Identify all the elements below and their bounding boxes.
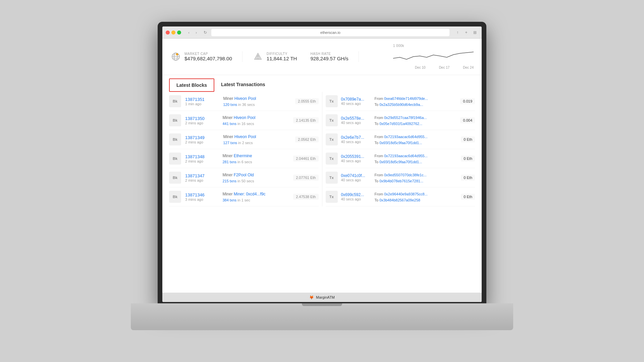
browser-chrome: ‹ › ↻ etherscan.io ↑ + ⊞ bbox=[162, 26, 482, 39]
tx-hash[interactable]: 0x7089e7a... bbox=[341, 97, 371, 102]
to-addr[interactable]: 0x3b484b82567a09e258 bbox=[379, 198, 420, 202]
hashrate-content: HASH RATE 928,249.57 GH/s bbox=[310, 52, 348, 61]
miner-link[interactable]: Ethermine bbox=[234, 154, 252, 158]
difficulty-hashrate-stat: DIFFICULTY 11,844.12 TH HASH RATE 928,24… bbox=[253, 51, 359, 62]
tx-hash-time: 0x699c592... 40 secs ago bbox=[341, 192, 371, 201]
tab-latest-transactions[interactable]: Latest Transactions bbox=[214, 78, 272, 92]
block-number[interactable]: 13871350 bbox=[185, 116, 218, 121]
bk-badge: Bk bbox=[169, 191, 181, 203]
miner-link[interactable]: F2Pool Old bbox=[234, 173, 254, 177]
miner-link[interactable]: Hiveon Pool bbox=[234, 134, 256, 139]
tab-latest-blocks[interactable]: Latest Blocks bbox=[169, 78, 214, 92]
miner-label: Miner bbox=[222, 115, 233, 120]
txn-count[interactable]: 127 txns bbox=[223, 141, 237, 145]
block-number[interactable]: 13871347 bbox=[185, 173, 218, 178]
tx-hash-time: 0xe0741c0f... 40 secs ago bbox=[341, 173, 371, 182]
miner-label: Miner bbox=[222, 154, 233, 158]
block-time: 1 min ago bbox=[185, 102, 219, 106]
miner-link[interactable]: Hiveon Pool bbox=[234, 96, 256, 101]
block-miner: Miner Hiveon Pool 441 txns in 16 secs bbox=[222, 114, 289, 126]
block-time: 2 mins ago bbox=[185, 121, 218, 125]
miner-label: Miner bbox=[223, 96, 234, 101]
tx-addresses: From 0xea674fdde714fd979de... To 0x2a325… bbox=[375, 95, 457, 107]
block-info: 13871351 1 min ago bbox=[185, 97, 219, 106]
sidebar-toggle-button[interactable]: ⊞ bbox=[472, 29, 478, 36]
forward-button[interactable]: › bbox=[193, 29, 199, 36]
close-button[interactable] bbox=[166, 31, 170, 35]
market-cap-stat: MARKET CAP $479,682,407,798.00 bbox=[170, 51, 243, 62]
tx-badge: Tx bbox=[326, 153, 338, 165]
tx-row: Tx 0x2e6e7b7... 40 secs ago From 0x72193… bbox=[326, 130, 475, 149]
tx-row: Tx 0xe0741c0f... 40 secs ago From 0x9ed5… bbox=[326, 168, 475, 187]
address-bar[interactable]: etherscan.io bbox=[211, 29, 449, 36]
tx-hash[interactable]: 0xe0741c0f... bbox=[341, 173, 371, 178]
txn-count[interactable]: 384 txns bbox=[222, 198, 236, 202]
tx-hash[interactable]: 0x2e5578e... bbox=[341, 116, 371, 121]
tx-value: 0.019 bbox=[460, 98, 475, 104]
to-addr[interactable]: 0x65f18d5c9faa70f1dd1... bbox=[379, 160, 422, 164]
miner-label: Miner bbox=[223, 134, 234, 139]
nav-buttons: ‹ › bbox=[186, 29, 199, 36]
tx-time: 40 secs ago bbox=[341, 140, 371, 144]
to-addr[interactable]: 0x65f18d5c9faa70f1dd1... bbox=[379, 141, 422, 145]
stats-bar: MARKET CAP $479,682,407,798.00 bbox=[162, 39, 482, 75]
globe-icon bbox=[170, 51, 181, 62]
from-addr[interactable]: 0x72193aacac6d64d955... bbox=[384, 135, 428, 139]
tx-time: 40 secs ago bbox=[341, 121, 371, 125]
txn-count[interactable]: 120 txns bbox=[223, 103, 237, 107]
from-label: From bbox=[375, 135, 384, 139]
from-label: From bbox=[375, 97, 384, 101]
block-reward: 2.07761 Eth bbox=[293, 175, 318, 181]
txn-count[interactable]: 215 txns bbox=[222, 179, 236, 183]
from-label: From bbox=[375, 173, 384, 177]
tx-addresses: From 0x72193aacac6d64d955... To 0x65f18d… bbox=[375, 133, 458, 145]
tx-badge: Tx bbox=[326, 172, 338, 184]
laptop-screen: ‹ › ↻ etherscan.io ↑ + ⊞ bbox=[162, 26, 482, 302]
txn-count[interactable]: 441 txns bbox=[222, 122, 236, 126]
tx-hash[interactable]: 0x699c592... bbox=[341, 192, 371, 197]
maximize-button[interactable] bbox=[177, 31, 181, 35]
tab-bar: Latest Blocks Latest Transactions bbox=[162, 78, 482, 92]
txn-time: in 2 secs bbox=[237, 141, 253, 145]
reload-button[interactable]: ↻ bbox=[202, 29, 209, 36]
hashrate-label: HASH RATE bbox=[310, 52, 348, 56]
tx-hash[interactable]: 0x2e6e7b7... bbox=[341, 135, 371, 140]
from-addr[interactable]: 0x72193aacac6d64d955... bbox=[384, 154, 428, 158]
chart-date2: Dec 17 bbox=[439, 66, 450, 69]
block-miner: Miner F2Pool Old 215 txns in 50 secs bbox=[222, 172, 289, 184]
bk-badge: Bk bbox=[169, 153, 181, 165]
add-bookmark-button[interactable]: + bbox=[463, 29, 470, 36]
miner-label: Miner bbox=[222, 192, 233, 196]
tx-value: 0 Eth bbox=[461, 136, 475, 142]
miner-link[interactable]: Miner: 0xcd4...f9c bbox=[234, 192, 266, 196]
block-number[interactable]: 13871351 bbox=[185, 97, 219, 102]
tx-hash[interactable]: 0x2055391... bbox=[341, 154, 371, 159]
from-label: From bbox=[375, 116, 384, 120]
from-addr[interactable]: 0x29d5527caa78f1946a... bbox=[384, 116, 427, 120]
minimize-button[interactable] bbox=[171, 31, 175, 35]
block-row: Bk 13871350 2 mins ago Miner Hiveon Pool… bbox=[169, 111, 319, 130]
from-addr[interactable]: 0x2e96440e9a93875cc8... bbox=[384, 192, 428, 196]
block-info: 13871350 2 mins ago bbox=[185, 116, 218, 125]
from-addr[interactable]: 0x9ed5507070dc38fe1c... bbox=[384, 173, 427, 177]
to-label: To bbox=[375, 122, 380, 126]
back-button[interactable]: ‹ bbox=[186, 29, 192, 36]
to-addr[interactable]: 0x9b4b078eb7615e7281... bbox=[379, 179, 423, 183]
to-addr[interactable]: 0x05e7d931f1a4092762... bbox=[379, 122, 422, 126]
from-addr[interactable]: 0xea674fdde714fd979de... bbox=[384, 97, 428, 101]
miner-link[interactable]: Hiveon Pool bbox=[234, 115, 256, 120]
blocks-column: Bk 13871351 1 min ago Miner Hiveon Pool … bbox=[169, 92, 322, 206]
bk-badge: Bk bbox=[169, 133, 181, 145]
block-time: 2 mins ago bbox=[185, 159, 218, 163]
block-number[interactable]: 13871348 bbox=[185, 154, 218, 159]
market-cap-label: MARKET CAP bbox=[184, 52, 232, 56]
block-time: 2 mins ago bbox=[185, 178, 218, 182]
block-number[interactable]: 13871349 bbox=[185, 135, 219, 140]
taskbar-icon: 🦊 bbox=[309, 295, 314, 300]
block-number[interactable]: 13871346 bbox=[185, 192, 218, 197]
laptop-wrapper: ‹ › ↻ etherscan.io ↑ + ⊞ bbox=[131, 22, 513, 340]
share-button[interactable]: ↑ bbox=[454, 29, 461, 36]
txn-count[interactable]: 281 txns bbox=[222, 160, 236, 164]
to-addr[interactable]: 0x2a325b5b90d64ecb9a... bbox=[379, 103, 423, 107]
chart-date1: Dec 10 bbox=[415, 66, 426, 69]
